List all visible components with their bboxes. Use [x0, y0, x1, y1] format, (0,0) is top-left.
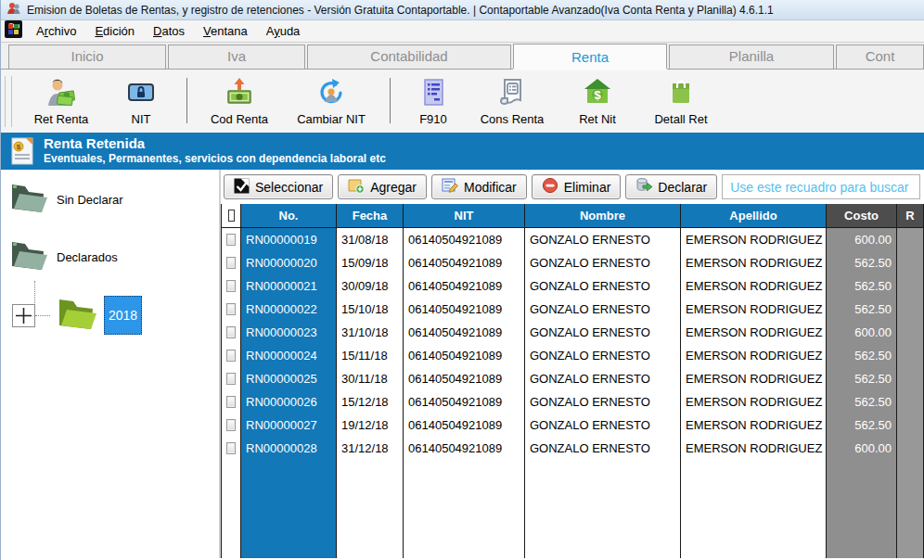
cell-nit[interactable]: 06140504921089: [404, 437, 525, 460]
cell-nombre[interactable]: GONZALO ERNESTO: [525, 298, 681, 321]
cell-nit[interactable]: 06140504921089: [404, 251, 525, 274]
cell-fecha[interactable]: 19/12/18: [337, 414, 404, 437]
cell-nit[interactable]: 06140504921089: [404, 414, 525, 437]
tab-contabilidad[interactable]: Contabilidad: [307, 45, 511, 69]
menu-item-archivo[interactable]: Archivo: [28, 21, 84, 41]
tab-iva[interactable]: Iva: [168, 45, 305, 69]
column-search-input[interactable]: [722, 174, 920, 199]
cell-nit[interactable]: 06140504921089: [404, 390, 525, 414]
cell-costo[interactable]: 562.50: [827, 274, 897, 298]
cell-no[interactable]: RN00000021: [241, 274, 337, 298]
menu-item-edicion[interactable]: Edición: [86, 21, 143, 41]
table-row[interactable]: RN0000002130/09/1806140504921089GONZALO …: [222, 274, 924, 298]
cell-costo[interactable]: 562.50: [827, 390, 897, 414]
cell-nombre[interactable]: GONZALO ERNESTO: [525, 321, 681, 344]
cell-fecha[interactable]: 15/09/18: [337, 251, 404, 274]
toolbar-cambiar-nit[interactable]: Cambiar NIT: [282, 72, 380, 133]
column-header-apellido[interactable]: Apellido: [681, 204, 827, 228]
cell-nit[interactable]: 06140504921089: [404, 274, 525, 298]
cell-apellido[interactable]: EMERSON RODRIGUEZ: [681, 228, 827, 251]
cell-no[interactable]: RN00000022: [241, 298, 337, 321]
cell-apellido[interactable]: EMERSON RODRIGUEZ: [681, 367, 827, 390]
cell-r[interactable]: [897, 367, 924, 390]
cell-apellido[interactable]: EMERSON RODRIGUEZ: [681, 344, 827, 367]
row-select-checkbox[interactable]: [222, 344, 241, 367]
cell-apellido[interactable]: EMERSON RODRIGUEZ: [681, 298, 827, 321]
cell-costo[interactable]: 600.00: [827, 228, 897, 251]
select-all-header[interactable]: [222, 204, 241, 228]
tab-inicio[interactable]: Inicio: [8, 45, 166, 69]
cell-r[interactable]: [897, 274, 924, 298]
cell-r[interactable]: [897, 321, 924, 344]
row-select-checkbox[interactable]: [222, 251, 241, 274]
cell-r[interactable]: [897, 390, 924, 414]
row-select-checkbox[interactable]: [222, 228, 241, 251]
cell-nit[interactable]: 06140504921089: [404, 298, 525, 321]
plus-icon[interactable]: [12, 304, 35, 327]
cell-nombre[interactable]: GONZALO ERNESTO: [525, 414, 681, 437]
menu-item-ayuda[interactable]: Ayuda: [258, 21, 309, 41]
cell-r[interactable]: [897, 344, 924, 367]
table-row[interactable]: RN0000002015/09/1806140504921089GONZALO …: [222, 251, 924, 274]
cell-fecha[interactable]: 15/10/18: [337, 298, 404, 321]
cell-nit[interactable]: 06140504921089: [404, 344, 525, 367]
eliminar-button[interactable]: Eliminar: [532, 174, 622, 199]
cell-nit[interactable]: 06140504921089: [404, 321, 525, 344]
declarar-button[interactable]: Declarar: [625, 174, 717, 199]
cell-no[interactable]: RN00000028: [241, 437, 337, 460]
cell-nombre[interactable]: GONZALO ERNESTO: [525, 390, 681, 414]
cell-no[interactable]: RN00000023: [241, 321, 337, 344]
cell-no[interactable]: RN00000024: [241, 344, 337, 367]
row-select-checkbox[interactable]: [222, 414, 241, 437]
cell-costo[interactable]: 562.50: [827, 367, 897, 390]
cell-nit[interactable]: 06140504921089: [404, 367, 525, 390]
toolbar-nit[interactable]: NIT: [105, 72, 177, 133]
agregar-button[interactable]: Agregar: [338, 174, 427, 199]
row-select-checkbox[interactable]: [222, 367, 241, 390]
cell-no[interactable]: RN00000025: [241, 367, 337, 390]
toolbar-ret-renta[interactable]: Ret Renta: [18, 72, 105, 133]
tree-item-2018[interactable]: 2018: [104, 296, 142, 335]
cell-no[interactable]: RN00000019: [241, 228, 337, 251]
cell-nombre[interactable]: GONZALO ERNESTO: [525, 437, 681, 460]
cell-fecha[interactable]: 30/09/18: [337, 274, 404, 298]
cell-costo[interactable]: 562.50: [827, 298, 897, 321]
cell-costo[interactable]: 600.00: [827, 437, 897, 460]
table-row[interactable]: RN0000002615/12/1806140504921089GONZALO …: [222, 390, 924, 414]
cell-apellido[interactable]: EMERSON RODRIGUEZ: [681, 390, 827, 414]
cell-apellido[interactable]: EMERSON RODRIGUEZ: [681, 321, 827, 344]
table-row[interactable]: RN0000002719/12/1806140504921089GONZALO …: [222, 414, 924, 437]
tab-renta[interactable]: Renta: [513, 44, 667, 69]
toolbar-f910[interactable]: F910: [400, 72, 467, 133]
menu-item-datos[interactable]: Datos: [145, 21, 193, 41]
table-row[interactable]: RN0000002530/11/1806140504921089GONZALO …: [222, 367, 924, 390]
cell-fecha[interactable]: 31/10/18: [337, 321, 404, 344]
cell-fecha[interactable]: 15/12/18: [337, 390, 404, 414]
cell-nombre[interactable]: GONZALO ERNESTO: [525, 274, 681, 298]
cell-r[interactable]: [897, 228, 924, 251]
cell-fecha[interactable]: 31/12/18: [337, 437, 404, 460]
cell-no[interactable]: RN00000027: [241, 414, 337, 437]
column-header-fecha[interactable]: Fecha: [337, 204, 404, 228]
tab-cont[interactable]: Cont: [836, 45, 924, 69]
menu-item-ventana[interactable]: Ventana: [195, 21, 256, 41]
cell-costo[interactable]: 562.50: [827, 251, 897, 274]
column-header-costo[interactable]: Costo: [827, 204, 897, 228]
row-select-checkbox[interactable]: [222, 321, 241, 344]
cell-costo[interactable]: 562.50: [827, 414, 897, 437]
column-header-nombre[interactable]: Nombre: [525, 204, 681, 228]
cell-apellido[interactable]: EMERSON RODRIGUEZ: [681, 251, 827, 274]
toolbar-cod-renta[interactable]: Cod Renta: [197, 72, 282, 133]
cell-nombre[interactable]: GONZALO ERNESTO: [525, 344, 681, 367]
cell-nit[interactable]: 06140504921089: [404, 228, 525, 251]
cell-no[interactable]: RN00000020: [241, 251, 337, 274]
tree-item-sin-declarar[interactable]: Sin Declarar: [6, 177, 219, 222]
tree-item-declarados[interactable]: Declarados: [6, 235, 219, 279]
cell-r[interactable]: [897, 251, 924, 274]
cell-r[interactable]: [897, 414, 924, 437]
cell-fecha[interactable]: 15/11/18: [337, 344, 404, 367]
tab-planilla[interactable]: Planilla: [669, 45, 834, 69]
toolbar-cons-renta[interactable]: Cons Renta: [467, 72, 558, 133]
column-header-no[interactable]: No.: [241, 204, 337, 228]
cell-r[interactable]: [897, 298, 924, 321]
